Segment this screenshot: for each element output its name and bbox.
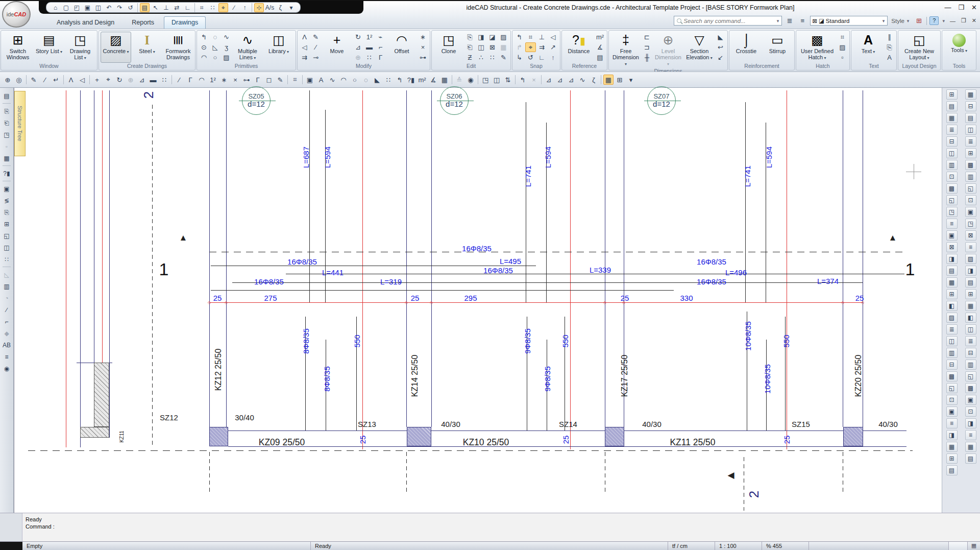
ribbon-small-icon[interactable]: ▦ — [498, 42, 509, 52]
zoom-status[interactable]: % 455 — [762, 542, 809, 550]
left-toolbar-icon[interactable]: ◔ — [2, 293, 12, 303]
qat-icon[interactable]: A/s — [265, 3, 275, 12]
left-toolbar-icon[interactable]: ⎗ — [2, 118, 12, 128]
toolbar-icon[interactable]: ∕ — [174, 75, 184, 85]
qat-icon[interactable]: ∕ — [229, 3, 239, 12]
tab-reports[interactable]: Reports — [124, 16, 162, 29]
level-dimension-button[interactable]: ⊕Level Dimension ▾ — [653, 32, 683, 68]
right-toolbar-icon[interactable]: ▤ — [946, 266, 958, 276]
right-toolbar-icon[interactable]: ◧ — [965, 313, 976, 323]
search-input[interactable] — [683, 18, 775, 24]
display-options-icon[interactable]: ⊞ — [914, 17, 924, 25]
right-toolbar-icon[interactable]: ⊞ — [946, 89, 958, 100]
toolbar-icon[interactable]: ↵ — [51, 75, 61, 85]
right-toolbar-icon[interactable]: ◳ — [965, 219, 976, 229]
move-button[interactable]: +Move — [322, 32, 352, 63]
layer-settings-icon[interactable]: ≣ — [785, 17, 795, 25]
right-toolbar-icon[interactable]: ≣ — [946, 324, 958, 334]
ribbon-small-icon[interactable]: ⇉ — [536, 42, 547, 52]
toolbar-icon[interactable]: ◉ — [465, 75, 476, 85]
right-toolbar-icon[interactable]: ≣ — [965, 336, 976, 346]
ribbon-small-icon[interactable]: ↻ — [353, 32, 363, 42]
toolbar-icon[interactable]: ▾ — [626, 75, 636, 85]
right-toolbar-icon[interactable]: ◨ — [946, 430, 958, 440]
toolbar-icon[interactable]: ⊶ — [241, 75, 252, 85]
toolbar-icon[interactable]: A — [316, 75, 326, 85]
right-toolbar-icon[interactable]: ▦ — [965, 301, 976, 311]
toolbar-icon[interactable]: + — [92, 75, 102, 85]
toolbar-icon[interactable]: ◫ — [492, 75, 502, 85]
section-elevation-button[interactable]: ▽Section Elevation ▾ — [684, 32, 715, 68]
toolbar-icon[interactable]: ↻ — [114, 75, 125, 85]
right-toolbar-icon[interactable]: ▩ — [946, 183, 958, 194]
toolbar-icon[interactable]: Γ — [185, 75, 195, 85]
text-button[interactable]: AText ▾ — [853, 32, 884, 63]
ribbon-small-icon[interactable]: ⊿ — [353, 42, 363, 52]
toolbar-icon[interactable]: ↰ — [518, 75, 528, 85]
ribbon-small-icon[interactable]: ∷ — [487, 53, 498, 62]
qat-icon[interactable]: ▣ — [83, 3, 92, 12]
ribbon-small-icon[interactable]: Γ — [375, 53, 386, 62]
toolbar-icon[interactable]: ⌗ — [290, 75, 300, 85]
ribbon-small-icon[interactable]: ⎘ — [464, 32, 475, 42]
left-toolbar-icon[interactable]: ∕ — [2, 305, 12, 315]
ribbon-small-icon[interactable]: ↗ — [548, 42, 558, 52]
user-defined-hatch-button[interactable]: ▩User Defined Hatch ▾ — [798, 32, 837, 63]
qat-icon[interactable]: ▢ — [61, 3, 71, 12]
left-toolbar-icon[interactable]: ≡ — [2, 352, 12, 362]
story-list-button[interactable]: ▤Story List ▾ — [34, 32, 64, 63]
toolbar-icon[interactable]: ◳ — [480, 75, 491, 85]
right-toolbar-icon[interactable]: ▤ — [965, 277, 976, 288]
ribbon-small-icon[interactable]: ↺ — [525, 53, 536, 62]
qat-icon[interactable]: ◰ — [72, 3, 82, 12]
mdi-restore-button[interactable]: ❒ — [960, 17, 968, 24]
right-toolbar-icon[interactable]: ▥ — [946, 160, 958, 170]
right-toolbar-icon[interactable]: ≣ — [965, 136, 976, 147]
left-toolbar-icon[interactable]: ◫ — [2, 243, 12, 252]
right-toolbar-icon[interactable]: ▦ — [946, 113, 958, 123]
toolbar-icon[interactable]: ⊿ — [137, 75, 147, 85]
units-status[interactable]: tf / cm — [668, 542, 715, 550]
toolbar-icon[interactable]: ∿ — [327, 75, 337, 85]
qat-icon[interactable]: ζ — [276, 3, 285, 12]
ribbon-small-icon[interactable]: ◁ — [548, 32, 558, 42]
ribbon-small-icon[interactable]: Λ — [299, 32, 310, 42]
ribbon-small-icon[interactable]: ◌ — [210, 32, 220, 42]
right-toolbar-icon[interactable]: ◱ — [965, 371, 976, 381]
toolbar-icon[interactable]: ∷ — [383, 75, 394, 85]
ribbon-small-icon[interactable]: ◨ — [476, 32, 486, 42]
qat-icon[interactable]: ↷ — [115, 3, 125, 12]
toolbar-icon[interactable]: ◠ — [197, 75, 207, 85]
left-toolbar-icon[interactable]: ▤ — [2, 91, 12, 101]
qat-icon[interactable]: ◫ — [93, 3, 103, 12]
toolbar-icon[interactable]: ↰ — [395, 75, 405, 85]
toolbar-icon[interactable]: ▬ — [148, 75, 158, 85]
qat-icon[interactable]: ↶ — [104, 3, 114, 12]
toolbar-icon[interactable]: ◌ — [361, 75, 371, 85]
left-toolbar-icon[interactable]: ▥ — [2, 281, 12, 291]
ribbon-small-icon[interactable]: ▨ — [498, 32, 509, 42]
left-toolbar-icon[interactable]: ⊞ — [2, 219, 12, 229]
qat-icon[interactable]: ▤ — [140, 3, 150, 12]
right-toolbar-icon[interactable]: ▨ — [946, 313, 958, 323]
left-toolbar-icon[interactable]: ⎘ — [2, 106, 12, 116]
maximize-button[interactable]: ❒ — [958, 1, 964, 14]
ribbon-small-icon[interactable]: × — [418, 42, 428, 52]
drawing-canvas[interactable] — [14, 88, 942, 513]
qat-icon[interactable]: ↖ — [151, 3, 160, 12]
ribbon-small-icon[interactable]: ʒ — [221, 42, 232, 52]
ribbon-small-icon[interactable]: ∴ — [476, 53, 486, 62]
ribbon-small-icon[interactable]: Ƶ — [464, 53, 475, 62]
ribbon-small-icon[interactable]: ⊥ — [536, 32, 547, 42]
right-toolbar-icon[interactable]: ▦ — [946, 442, 958, 452]
toolbar-icon[interactable]: ⊿ — [566, 75, 576, 85]
create-new-layout-button[interactable]: ◱Create New Layout ▾ — [900, 32, 939, 63]
ribbon-small-icon[interactable]: ╫ — [642, 53, 652, 62]
right-toolbar-icon[interactable]: ≡ — [965, 430, 976, 440]
toolbar-icon[interactable]: ∕ — [40, 75, 50, 85]
toolbar-icon[interactable]: ⊕ — [3, 75, 13, 85]
toolbar-icon[interactable]: ▣ — [305, 75, 315, 85]
ribbon-small-icon[interactable]: ◠ — [199, 53, 209, 62]
left-toolbar-icon[interactable]: ◱ — [2, 231, 12, 241]
crosstie-button[interactable]: ⌡Crosstie — [731, 32, 762, 63]
